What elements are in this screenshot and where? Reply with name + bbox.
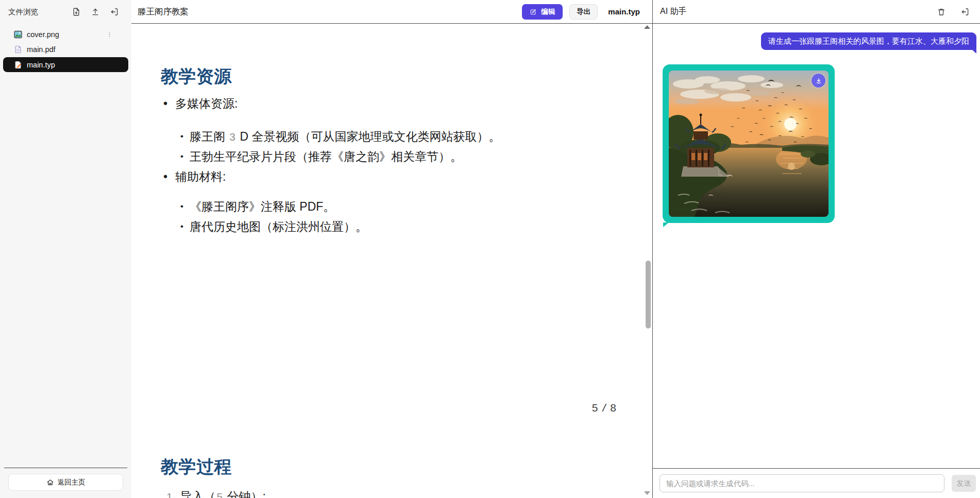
file-row-cover-png[interactable]: cover.png ⋮ bbox=[0, 27, 131, 42]
file-browser-sidebar: 文件浏览 cover.png ⋮ main.pdf bbox=[0, 0, 131, 498]
back-home-button[interactable]: 返回主页 bbox=[8, 474, 123, 491]
scroll-down-arrow[interactable] bbox=[644, 491, 650, 495]
typst-file-icon bbox=[14, 61, 22, 69]
bullet-marker: • bbox=[163, 167, 167, 186]
document-header: 滕王阁序教案 编辑 导出 main.typ bbox=[131, 0, 652, 24]
edit-button-label: 编辑 bbox=[541, 7, 555, 16]
doc-bullet-line: •王勃生平纪录片片段（推荐《唐之韵》相关章节）。 bbox=[180, 147, 462, 168]
file-name: main.pdf bbox=[27, 45, 56, 54]
user-message-bubble: 请生成一张跟滕王阁相关的风景图，要有江水、大雁和夕阳 bbox=[761, 32, 976, 50]
trash-icon[interactable] bbox=[937, 7, 946, 16]
open-file-tab[interactable]: main.typ bbox=[608, 7, 640, 16]
pdf-file-icon bbox=[14, 45, 22, 54]
sidebar-header: 文件浏览 bbox=[0, 0, 131, 24]
collapse-sidebar-icon[interactable] bbox=[110, 7, 119, 16]
assistant-header: AI 助手 bbox=[653, 0, 980, 24]
file-row-main-typ[interactable]: main.typ bbox=[3, 57, 128, 72]
sidebar-actions bbox=[72, 7, 119, 16]
upload-icon[interactable] bbox=[91, 7, 100, 16]
file-row-main-pdf[interactable]: main.pdf bbox=[0, 42, 131, 57]
chat-input[interactable] bbox=[660, 474, 944, 492]
send-button[interactable]: 发送 bbox=[952, 475, 976, 492]
assistant-title: AI 助手 bbox=[660, 6, 687, 17]
document-title: 滕王阁序教案 bbox=[138, 6, 189, 18]
doc-bullet-line: •唐代历史地图（标注洪州位置）。 bbox=[180, 217, 367, 238]
edit-button[interactable]: 编辑 bbox=[522, 4, 563, 20]
collapse-panel-icon[interactable] bbox=[960, 7, 970, 16]
app-window: 文件浏览 cover.png ⋮ main.pdf bbox=[0, 0, 980, 498]
sidebar-footer: 返回主页 bbox=[0, 468, 131, 498]
doc-bullet-line: •多媒体资源: bbox=[163, 94, 238, 113]
doc-bullet-line: •《滕王阁序》注释版 PDF。 bbox=[180, 197, 335, 218]
pencil-square-icon bbox=[530, 8, 537, 15]
doc-numbered-line: 1. 导入（5 分钟）: bbox=[165, 487, 266, 498]
assistant-image-bubble bbox=[663, 64, 835, 223]
download-icon bbox=[815, 77, 823, 85]
new-file-icon[interactable] bbox=[72, 7, 81, 16]
sidebar-title: 文件浏览 bbox=[8, 7, 38, 17]
download-image-button[interactable] bbox=[812, 74, 825, 88]
document-preview: 教学资源 •多媒体资源: •滕王阁 3 D 全景视频（可从国家地理或文化类网站获… bbox=[131, 24, 652, 498]
chat-area: 请生成一张跟滕王阁相关的风景图，要有江水、大雁和夕阳 bbox=[653, 24, 980, 468]
document-panel: 滕王阁序教案 编辑 导出 main.typ 教学资源 •多媒体资源: •滕王阁 … bbox=[131, 0, 652, 498]
assistant-header-actions bbox=[937, 7, 970, 16]
bullet-marker: • bbox=[180, 217, 183, 236]
generated-image bbox=[669, 71, 829, 217]
doc-bullet-line: •滕王阁 3 D 全景视频（可从国家地理或文化类网站获取）。 bbox=[180, 127, 500, 148]
bullet-marker: • bbox=[180, 197, 183, 216]
sunset-landscape-picture bbox=[669, 71, 829, 217]
file-list: cover.png ⋮ main.pdf main.typ bbox=[0, 24, 131, 72]
file-name: main.typ bbox=[27, 61, 55, 69]
page-indicator: 5/8 bbox=[592, 402, 616, 414]
image-file-icon bbox=[14, 30, 22, 39]
doc-heading-resources: 教学资源 bbox=[161, 65, 232, 89]
bullet-marker: • bbox=[163, 94, 167, 113]
bullet-marker: • bbox=[180, 147, 183, 166]
doc-bullet-line: •辅助材料: bbox=[163, 167, 226, 186]
back-home-label: 返回主页 bbox=[58, 478, 86, 487]
scroll-up-arrow[interactable] bbox=[644, 25, 650, 29]
scrollbar-thumb[interactable] bbox=[646, 261, 651, 329]
chat-input-bar: 发送 bbox=[653, 468, 980, 498]
doc-heading-process: 教学过程 bbox=[161, 455, 232, 479]
sidebar-footer-divider bbox=[4, 468, 127, 468]
export-button[interactable]: 导出 bbox=[569, 4, 598, 20]
file-name: cover.png bbox=[27, 30, 59, 39]
ai-assistant-panel: AI 助手 请生成一张跟滕王阁相关的风景图，要有江水、大雁和夕阳 bbox=[652, 0, 980, 498]
export-button-label: 导出 bbox=[577, 7, 590, 16]
home-icon bbox=[46, 478, 54, 486]
bullet-marker: • bbox=[180, 127, 183, 146]
file-kebab-menu-icon[interactable]: ⋮ bbox=[106, 31, 113, 38]
